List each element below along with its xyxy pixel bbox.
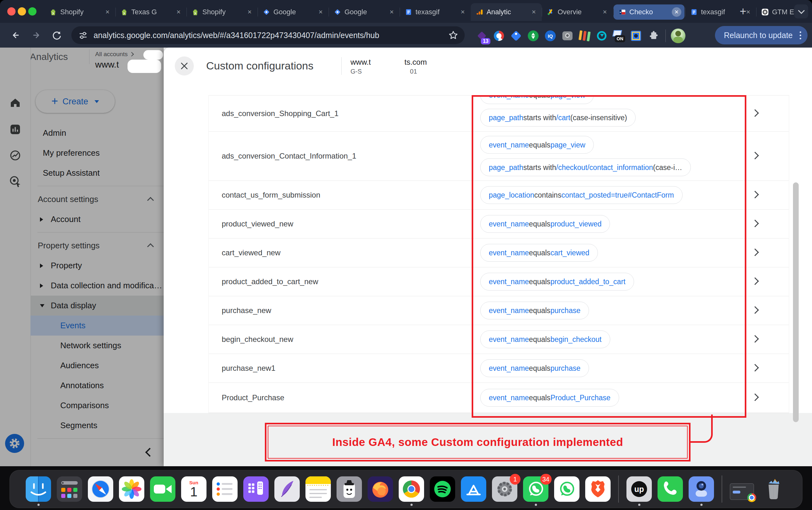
close-panel-button[interactable] <box>175 56 194 76</box>
tab-shopify[interactable]: Shopify× <box>186 3 258 21</box>
row-chevron-right-icon[interactable] <box>751 248 759 256</box>
dock-launchpad-icon[interactable] <box>57 476 82 502</box>
purple-diamond-extension-icon[interactable]: 13 <box>474 29 489 43</box>
dock-reminders-icon[interactable] <box>212 476 238 502</box>
tab-search-button[interactable] <box>794 4 808 19</box>
event-name: cart_viewed_new <box>222 248 281 257</box>
row-chevron-right-icon[interactable] <box>751 277 759 285</box>
relaunch-button[interactable]: Relaunch to update <box>715 26 808 44</box>
tab-shopify[interactable]: Shopify× <box>45 3 115 21</box>
dock-hma-icon[interactable] <box>337 476 362 502</box>
dock-safari-icon[interactable] <box>88 476 113 502</box>
tab-google[interactable]: Google× <box>328 3 400 21</box>
avatar[interactable] <box>671 29 686 43</box>
blue-tag-extension-icon[interactable] <box>509 29 523 43</box>
dock-facetime-icon[interactable] <box>150 476 175 502</box>
kebab-menu-icon[interactable] <box>798 30 803 41</box>
annotation-connector <box>688 415 713 443</box>
tab-close-icon[interactable]: × <box>316 7 325 17</box>
modal-scrim <box>0 48 164 466</box>
close-window-button[interactable] <box>7 7 16 16</box>
tab-close-icon[interactable]: × <box>672 7 681 17</box>
iq-extension-icon[interactable]: IQ <box>543 29 558 43</box>
dock-upwork-icon[interactable]: up <box>627 476 652 502</box>
screen-frame-extension-icon[interactable] <box>629 29 643 43</box>
svg-text:up: up <box>634 485 644 493</box>
row-chevron-right-icon[interactable] <box>751 109 759 117</box>
dock-phone-icon[interactable] <box>658 476 683 502</box>
tab-google[interactable]: Google× <box>258 3 328 21</box>
site-settings-icon[interactable] <box>78 30 88 40</box>
tab-texasgif[interactable]: texasgif× <box>400 3 471 21</box>
dock-quill-icon[interactable] <box>274 476 300 502</box>
tab-overvie[interactable]: Overvie× <box>542 3 613 21</box>
scrollbar-thumb[interactable] <box>793 182 799 422</box>
teal-lens-extension-icon[interactable] <box>594 29 609 43</box>
tab-label: Google <box>345 8 384 16</box>
dock-firefox-icon[interactable] <box>368 476 393 502</box>
green-sync-extension-icon[interactable] <box>526 29 541 43</box>
on-toggle-extension-icon[interactable]: ON <box>612 29 626 43</box>
browser-toolbar: analytics.google.com/analytics/web/#/a34… <box>0 23 812 48</box>
row-chevron-right-icon[interactable] <box>751 306 759 314</box>
tabs-container: Shopify×Texas G×Shopify×Google×Google×te… <box>45 3 812 21</box>
minimize-window-button[interactable] <box>18 7 26 16</box>
dock-remote-icon[interactable] <box>243 476 269 502</box>
dock-trash-icon[interactable] <box>761 476 786 502</box>
tab-close-icon[interactable]: × <box>458 7 467 17</box>
dock-calendar-icon[interactable]: Sun1 <box>181 476 206 502</box>
annotation-caption: Inside GA4, some Custom configuration im… <box>265 423 691 461</box>
dock-whatsapp-icon[interactable]: 34 <box>523 476 548 502</box>
dock-settings-icon[interactable]: 1 <box>492 476 517 502</box>
row-chevron-right-icon[interactable] <box>751 190 759 198</box>
notification-badge: 34 <box>540 474 552 485</box>
row-chevron-right-icon[interactable] <box>751 152 759 159</box>
dock-whatsapp2-icon[interactable] <box>554 476 580 502</box>
dock-finder-icon[interactable] <box>26 476 51 502</box>
tab-close-icon[interactable]: × <box>103 7 112 17</box>
tab-checko[interactable]: ★Checko× <box>613 4 685 20</box>
row-chevron-right-icon[interactable] <box>751 335 759 342</box>
zoom-window-button[interactable] <box>28 7 36 16</box>
event-name: product_viewed_new <box>222 219 293 228</box>
row-chevron-right-icon[interactable] <box>751 393 759 401</box>
event-name: product_added_to_cart_new <box>222 277 318 286</box>
tab-close-icon[interactable]: × <box>174 7 183 17</box>
back-button[interactable] <box>9 29 22 41</box>
tab-close-icon[interactable]: × <box>387 7 397 17</box>
svg-text:1: 1 <box>190 484 197 499</box>
svg-text:★: ★ <box>619 11 621 13</box>
dock-notes-icon[interactable] <box>306 476 331 502</box>
url-bar[interactable]: analytics.google.com/analytics/web/#/a34… <box>71 26 465 44</box>
redaction-blob <box>143 50 163 60</box>
event-name: ads_conversion_Contact_Information_1 <box>222 152 356 160</box>
tab-close-icon[interactable]: × <box>600 7 610 17</box>
dock-appstore-icon[interactable] <box>461 476 486 502</box>
dock-photos-icon[interactable] <box>119 476 144 502</box>
shopify-favicon <box>50 8 57 16</box>
extensions-puzzle-icon[interactable] <box>646 29 660 43</box>
tab-close-icon[interactable]: × <box>245 7 254 17</box>
camera-extension-icon[interactable] <box>560 29 575 43</box>
pencils-extension-icon[interactable] <box>577 29 592 43</box>
dock-divider <box>722 475 722 503</box>
new-tab-button[interactable]: + <box>740 5 746 18</box>
tab-texas-g[interactable]: Texas G× <box>115 3 186 21</box>
dock-camo-icon[interactable] <box>689 476 714 502</box>
dock-brave-icon[interactable] <box>585 476 611 502</box>
reload-button[interactable] <box>51 29 63 41</box>
tab-label: texasgif <box>701 8 740 16</box>
row-chevron-right-icon[interactable] <box>751 219 759 227</box>
forward-button[interactable] <box>30 29 42 41</box>
url-text: analytics.google.com/analytics/web/#/a34… <box>93 31 442 40</box>
bookmark-star-icon[interactable] <box>448 30 458 40</box>
shopify-favicon <box>120 8 128 16</box>
tab-analytic[interactable]: Analytic× <box>471 3 542 21</box>
color-wheel-extension-icon[interactable] <box>492 29 506 43</box>
relaunch-label: Relaunch to update <box>724 31 793 40</box>
row-chevron-right-icon[interactable] <box>751 364 759 371</box>
tab-close-icon[interactable]: × <box>529 7 539 17</box>
dock-spotify-icon[interactable] <box>430 476 455 502</box>
dock-miniwindow-icon[interactable] <box>730 476 755 502</box>
dock-chrome-icon[interactable] <box>399 476 424 502</box>
